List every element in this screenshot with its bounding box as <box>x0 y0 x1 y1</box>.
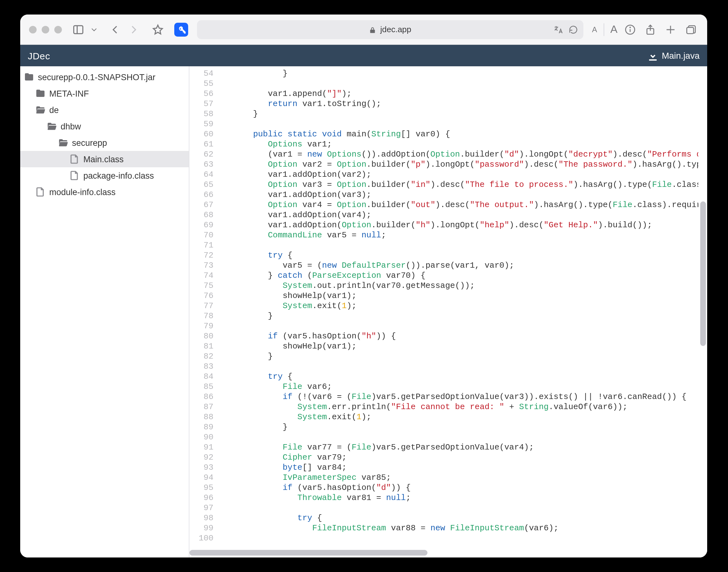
text-size-decrease-button[interactable]: A <box>592 25 597 34</box>
horizontal-scrollbar-thumb[interactable] <box>190 550 427 556</box>
code-line: showHelp(var1); <box>223 342 707 352</box>
tree-row-label: Main.class <box>83 154 124 164</box>
file-tree-sidebar: securepp-0.0.1-SNAPSHOT.jarMETA-INFdedhb… <box>20 66 190 558</box>
line-number: 72 <box>190 251 213 261</box>
code-line: } <box>223 109 707 119</box>
address-bar-url: jdec.app <box>380 25 411 34</box>
refresh-icon[interactable] <box>568 24 578 34</box>
code-line: IvParameterSpec var85; <box>223 473 707 483</box>
code-line: Option var2 = Option.builder("p").longOp… <box>223 160 707 170</box>
share-button[interactable] <box>643 22 658 37</box>
vertical-scrollbar-thumb[interactable] <box>700 201 706 346</box>
current-file-label: Main.java <box>662 51 700 61</box>
line-number: 66 <box>190 190 213 200</box>
sidebar-menu-chevron-icon[interactable] <box>90 22 98 37</box>
line-number: 55 <box>190 79 213 89</box>
code-line <box>223 321 707 332</box>
separator <box>603 23 604 36</box>
line-number: 91 <box>190 443 213 453</box>
code-line <box>223 119 707 129</box>
code-line <box>223 79 707 89</box>
line-number: 98 <box>190 513 213 523</box>
code-line: System.exit(1); <box>223 412 707 422</box>
code-line: } <box>223 422 707 432</box>
text-size-increase-button[interactable]: A <box>610 23 617 36</box>
download-file-button[interactable]: Main.java <box>648 51 700 61</box>
bookmark-star-button[interactable] <box>150 22 165 37</box>
code-line <box>223 240 707 251</box>
code-line: showHelp(var1); <box>223 291 707 301</box>
code-line: } <box>223 69 707 79</box>
line-number: 56 <box>190 89 213 99</box>
code-line: File var77 = (File)var5.getParsedOptionV… <box>223 443 707 453</box>
translate-icon[interactable] <box>553 24 563 34</box>
sidebar-toggle-button[interactable] <box>71 22 86 37</box>
code-line: if (var5.hasOption("h")) { <box>223 332 707 342</box>
tree-row-label: module-info.class <box>49 187 116 197</box>
code-line: var1.addOption(var4); <box>223 210 707 220</box>
line-number: 86 <box>190 392 213 402</box>
new-tab-button[interactable] <box>663 22 678 37</box>
code-line: Cipher var79; <box>223 453 707 463</box>
tree-row-file[interactable]: package-info.class <box>20 167 189 184</box>
tree-row-label: META-INF <box>49 89 89 98</box>
app-content: securepp-0.0.1-SNAPSHOT.jarMETA-INFdedhb… <box>20 66 707 558</box>
line-number-gutter: 5455565758596061626364656667686970717273… <box>190 66 218 558</box>
code-line <box>223 432 707 443</box>
line-number: 90 <box>190 432 213 443</box>
line-number: 60 <box>190 129 213 140</box>
tree-row-folder[interactable]: securepp-0.0.1-SNAPSHOT.jar <box>20 69 189 85</box>
tree-row-folder[interactable]: de <box>20 102 189 118</box>
lock-icon <box>369 25 376 33</box>
code-line: var1.addOption(var2); <box>223 170 707 180</box>
tree-row-file[interactable]: module-info.class <box>20 184 189 200</box>
nav-back-button[interactable] <box>107 22 123 37</box>
line-number: 58 <box>190 109 213 119</box>
code-line: Option var4 = Option.builder("out").desc… <box>223 200 707 210</box>
page-info-button[interactable] <box>623 22 638 37</box>
code-editor[interactable]: 5455565758596061626364656667686970717273… <box>190 66 707 558</box>
tree-row-folder[interactable]: META-INF <box>20 85 189 102</box>
line-number: 93 <box>190 463 213 473</box>
tabs-overview-button[interactable] <box>683 22 698 37</box>
line-number: 57 <box>190 99 213 109</box>
file-icon <box>69 170 80 181</box>
line-number: 82 <box>190 352 213 362</box>
code-line: if (var5.hasOption("d")) { <box>223 483 707 493</box>
vertical-scrollbar[interactable] <box>698 66 707 549</box>
code-line: var1.append("]"); <box>223 89 707 99</box>
close-window-button[interactable] <box>29 25 37 33</box>
file-icon <box>35 187 46 197</box>
tree-row-folder[interactable]: securepp <box>20 135 189 151</box>
tree-row-label: dhbw <box>61 122 81 131</box>
line-number: 76 <box>190 291 213 301</box>
code-line: FileInputStream var88 = new FileInputStr… <box>223 523 707 533</box>
code-line: var1.addOption(Option.builder("h").longO… <box>223 220 707 230</box>
line-number: 78 <box>190 311 213 321</box>
line-number: 79 <box>190 321 213 332</box>
address-bar[interactable]: jdec.app <box>197 20 583 39</box>
line-number: 61 <box>190 140 213 150</box>
line-number: 87 <box>190 402 213 412</box>
folder-open-icon <box>58 138 68 148</box>
line-number: 94 <box>190 473 213 483</box>
app-brand[interactable]: JDec <box>28 50 50 61</box>
nav-forward-button[interactable] <box>126 22 141 37</box>
line-number: 63 <box>190 160 213 170</box>
line-number: 64 <box>190 170 213 180</box>
horizontal-scrollbar[interactable] <box>190 549 707 558</box>
password-manager-icon[interactable] <box>174 22 188 36</box>
code-line: var1.addOption(var3); <box>223 190 707 200</box>
download-icon <box>648 51 658 61</box>
folder-open-icon <box>35 105 46 115</box>
code-line: } catch (ParseException var70) { <box>223 271 707 281</box>
maximize-window-button[interactable] <box>54 25 62 33</box>
tree-row-file[interactable]: Main.class <box>20 151 189 167</box>
line-number: 83 <box>190 362 213 372</box>
minimize-window-button[interactable] <box>42 25 49 33</box>
browser-window: jdec.app A A JDec Main.java <box>20 14 707 558</box>
tree-row-folder[interactable]: dhbw <box>20 118 189 135</box>
line-number: 100 <box>190 533 213 544</box>
code-line: } <box>223 352 707 362</box>
line-number: 54 <box>190 69 213 79</box>
